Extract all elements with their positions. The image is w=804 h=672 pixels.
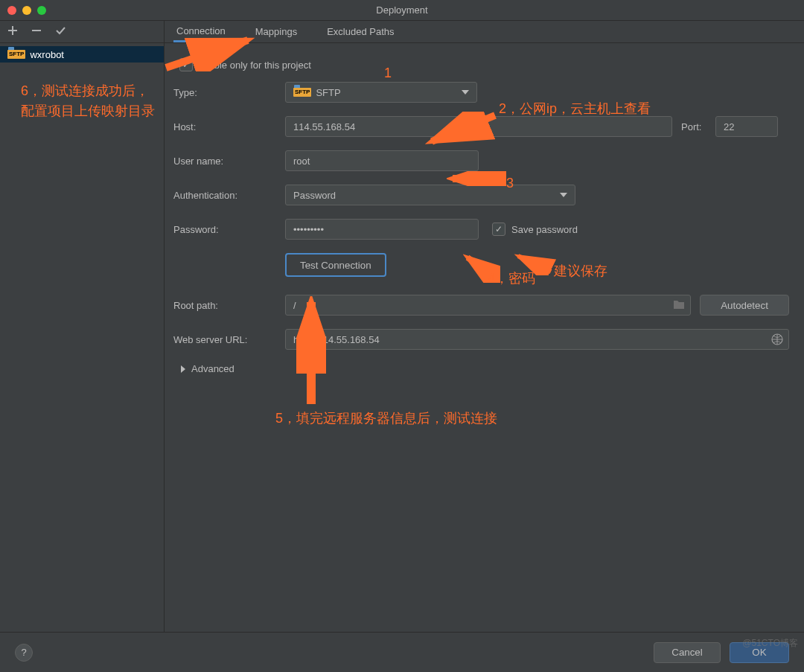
watermark: @51CTO博客 [742,637,798,650]
remove-icon[interactable] [31,25,42,38]
window-title: Deployment [376,4,427,16]
host-input[interactable] [285,116,672,137]
type-value: SFTP [316,87,340,98]
visible-only-checkbox[interactable] [179,58,193,71]
chevron-down-icon [462,90,469,95]
host-label: Host: [173,121,285,132]
root-path-label: Root path: [173,300,285,311]
tabs: Connection Mappings Excluded Paths [165,21,804,43]
chevron-right-icon [181,365,185,373]
cancel-button[interactable]: Cancel [654,642,721,663]
advanced-toggle[interactable]: Advanced [173,363,789,374]
web-url-input[interactable] [285,329,789,350]
titlebar: Deployment [0,0,804,21]
save-password-label: Save password [511,224,578,235]
username-label: User name: [173,156,285,167]
sidebar-item-wxrobot[interactable]: SFTP wxrobot [0,46,164,63]
sidebar-item-label: wxrobot [30,49,64,60]
tab-mappings[interactable]: Mappings [252,21,300,42]
type-label: Type: [173,87,285,98]
username-input[interactable] [285,150,479,171]
password-input[interactable] [285,219,479,240]
password-label: Password: [173,224,285,235]
tab-excluded[interactable]: Excluded Paths [324,21,397,42]
footer: ? Cancel OK [0,632,804,672]
content-panel: Connection Mappings Excluded Paths Visib… [165,21,804,632]
tab-connection[interactable]: Connection [173,21,229,42]
port-input[interactable] [715,116,778,137]
visible-only-label: Visible only for this project [199,60,311,71]
window-controls [7,6,46,15]
add-icon[interactable] [7,25,18,38]
chevron-down-icon [560,193,567,197]
web-url-label: Web server URL: [173,334,285,345]
minimize-window-icon[interactable] [22,6,31,15]
svg-rect-1 [8,30,17,31]
test-connection-button[interactable]: Test Connection [285,253,386,277]
auth-label: Authentication: [173,190,285,201]
port-label: Port: [681,121,715,132]
auth-select[interactable]: Password [285,185,575,205]
type-select[interactable]: SFTP SFTP [285,82,477,103]
sftp-badge-icon: SFTP [7,50,25,59]
sftp-icon: SFTP [293,88,311,97]
folder-icon[interactable] [673,299,685,310]
close-window-icon[interactable] [7,6,16,15]
sidebar: SFTP wxrobot [0,21,165,632]
auth-value: Password [293,190,336,201]
globe-icon [771,333,783,345]
maximize-window-icon[interactable] [37,6,46,15]
svg-rect-2 [32,30,41,31]
help-button[interactable]: ? [15,644,33,662]
autodetect-button[interactable]: Autodetect [700,295,789,316]
root-path-input[interactable] [285,295,691,316]
save-password-checkbox[interactable] [492,223,505,236]
check-icon[interactable] [55,25,66,38]
sidebar-toolbar [0,21,164,43]
advanced-label: Advanced [191,363,234,374]
